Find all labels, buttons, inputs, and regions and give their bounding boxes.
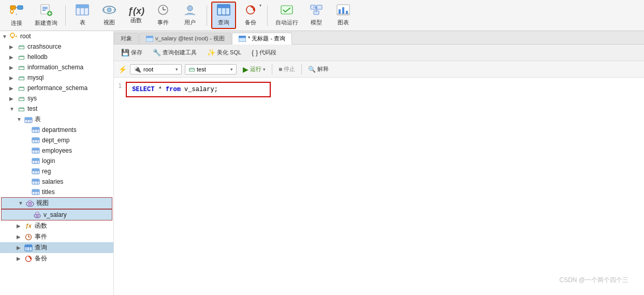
toolbar-model-label: 模型 — [311, 19, 322, 26]
query-create-icon: 🔧 — [153, 49, 161, 56]
login-icon — [31, 157, 40, 165]
svg-rect-48 — [25, 117, 32, 120]
toolbar-table[interactable]: 表 — [70, 2, 95, 29]
query-create-tool-button[interactable]: 🔧 查询创建工具 — [150, 47, 200, 58]
sidebar-functions[interactable]: ▶ ƒx 函数 — [0, 220, 113, 231]
sidebar-sys[interactable]: ▶ 🗃 sys — [0, 93, 113, 104]
crashsource-icon: 🗃 — [17, 42, 26, 51]
sidebar-performance-schema[interactable]: ▶ 🗃 performance_schema — [0, 83, 113, 93]
svg-rect-0 — [10, 6, 16, 9]
toolbar-user[interactable]: 用户 — [178, 2, 202, 29]
test-icon: 🗃 — [17, 105, 26, 113]
svg-point-91 — [36, 215, 39, 217]
database-select[interactable]: 🗃 test ▾ — [185, 64, 237, 75]
sidebar-mysql[interactable]: ▶ 🗃 mysql — [0, 72, 113, 83]
main-toolbar: + 连接 新建查询 — [0, 0, 644, 31]
test-arrow: ▼ — [9, 106, 17, 112]
sidebar-information-schema[interactable]: ▶ 🗃 information_schema — [0, 62, 113, 72]
v-salary-label: v_salary — [43, 211, 67, 218]
tab-query[interactable]: * 无标题 - 查询 — [232, 33, 292, 45]
auto-run-icon — [280, 4, 294, 18]
stop-icon: ■ — [279, 66, 282, 73]
toolbar-model[interactable]: 模型 — [304, 2, 329, 29]
connection-select[interactable]: 🔌 root ▾ — [130, 64, 182, 75]
crashsource-arrow: ▶ — [9, 44, 17, 50]
sidebar-login[interactable]: login — [0, 156, 113, 166]
svg-point-88 — [28, 202, 32, 205]
content-area: 对象 v_salary @test (root) - 视图 — [114, 31, 644, 295]
employees-label: employees — [42, 147, 72, 154]
sys-label: sys — [27, 95, 37, 102]
svg-rect-104 — [146, 36, 153, 38]
toolbar-connect[interactable]: + 连接 — [4, 1, 29, 30]
database-icon: 🗃 — [188, 66, 195, 73]
toolbar-new-query-label: 新建查询 — [35, 19, 57, 27]
sys-icon: 🗃 — [17, 94, 26, 102]
svg-rect-89 — [29, 200, 31, 202]
sidebar-views-folder[interactable]: ▼ 视图 — [1, 197, 112, 209]
sidebar-hellodb[interactable]: ▶ 🗃 hellodb — [0, 52, 113, 62]
save-label: 保存 — [131, 49, 142, 56]
sidebar-titles[interactable]: titles — [0, 187, 113, 197]
toolbar-event[interactable]: 事件 — [151, 2, 175, 29]
code-snippet-icon: { } — [252, 49, 258, 56]
view-tab-icon — [146, 35, 153, 42]
titles-icon — [31, 188, 40, 196]
beautify-button[interactable]: ✨ 美化 SQL — [204, 47, 244, 58]
chart-icon — [336, 4, 350, 18]
connection-icon: 🔌 — [134, 66, 141, 73]
svg-rect-33 — [281, 6, 292, 14]
sidebar-employees[interactable]: employees — [0, 145, 113, 156]
toolbar-new-query[interactable]: 新建查询 — [31, 1, 61, 30]
tab-view[interactable]: v_salary @test (root) - 视图 — [139, 33, 231, 44]
sidebar-query[interactable]: ▶ 查询 — [0, 242, 113, 253]
sidebar-root[interactable]: ▼ + root — [0, 31, 113, 41]
explain-button[interactable]: 🔍 解释 — [305, 64, 332, 74]
tab-bar: 对象 v_salary @test (root) - 视图 — [114, 31, 644, 45]
sidebar-salaries[interactable]: salaries — [0, 176, 113, 187]
sql-editor[interactable]: SELECT * from v_salary; — [126, 82, 271, 97]
svg-point-19 — [107, 8, 111, 12]
sidebar-backup[interactable]: ▶ 备份 — [0, 253, 113, 264]
view-icon — [103, 4, 116, 18]
functions-icon: ƒx — [24, 222, 33, 230]
code-snippet-button[interactable]: { } 代码段 — [248, 47, 280, 58]
svg-rect-78 — [32, 179, 39, 181]
events-label: 事件 — [35, 232, 47, 241]
svg-point-25 — [187, 6, 193, 11]
sidebar-crashsource[interactable]: ▶ 🗃 crashsource — [0, 41, 113, 52]
sidebar-tables-folder[interactable]: ▼ 表 — [0, 114, 113, 125]
watermark-text: CSDN @一个两个四个三 — [559, 276, 628, 284]
sidebar-dept-emp[interactable]: dept_emp — [0, 135, 113, 145]
watermark: CSDN @一个两个四个三 — [559, 276, 628, 285]
query-arrow: ▶ — [17, 245, 24, 250]
connect-icon: + — [9, 4, 24, 18]
toolbar-query[interactable]: 查询 — [211, 2, 236, 29]
query-icon — [217, 4, 230, 18]
root-arrow: ▼ — [2, 34, 9, 39]
svg-rect-73 — [32, 169, 39, 171]
save-button[interactable]: 💾 保存 — [118, 47, 145, 58]
editor-area: 1 SELECT * from v_salary; CSDN @一个两个四个三 — [114, 78, 644, 295]
tab-object[interactable]: 对象 — [114, 33, 139, 44]
svg-rect-41 — [342, 7, 344, 14]
toolbar-chart[interactable]: 图表 — [331, 2, 356, 29]
reg-icon — [31, 167, 40, 175]
svg-point-44 — [10, 33, 14, 37]
sidebar-backup-label: 备份 — [35, 254, 47, 263]
toolbar-view[interactable]: 视图 — [97, 2, 122, 29]
toolbar-function[interactable]: ƒ(x) 函数 — [124, 4, 149, 27]
run-button[interactable]: ▶ 运行 ▾ — [240, 64, 269, 75]
toolbar-auto-run[interactable]: 自动运行 — [272, 2, 302, 29]
toolbar-backup[interactable]: 备份 ▾ — [238, 2, 263, 29]
sidebar-events[interactable]: ▶ 事件 — [0, 231, 113, 242]
sidebar-departments[interactable]: departments — [0, 125, 113, 135]
stop-button[interactable]: ■ 停止 — [275, 64, 298, 74]
save-icon: 💾 — [121, 49, 129, 56]
run-dropdown-arrow: ▾ — [263, 67, 266, 72]
sidebar-reg[interactable]: reg — [0, 166, 113, 176]
sidebar-v-salary[interactable]: v_salary — [1, 209, 112, 220]
sidebar-test[interactable]: ▼ 🗃 test — [0, 104, 113, 114]
sql-from-keyword: from — [166, 86, 181, 93]
line-number: 1 — [118, 82, 122, 90]
